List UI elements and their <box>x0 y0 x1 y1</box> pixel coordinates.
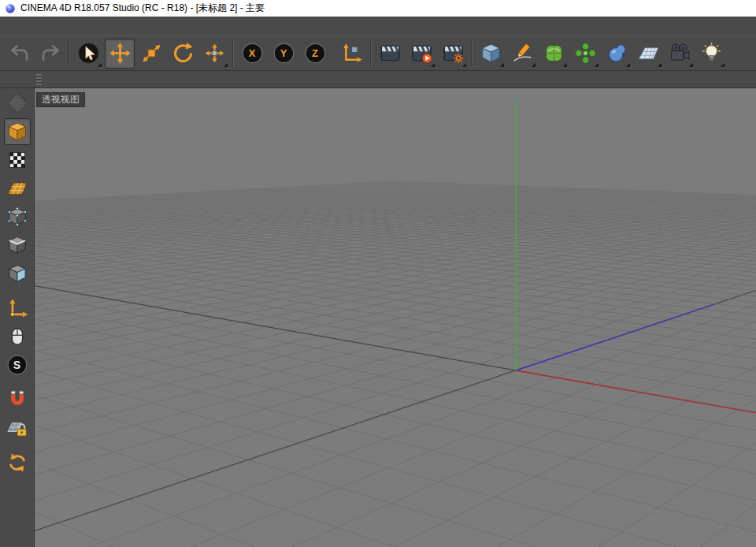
toolbar-button-deformer[interactable] <box>602 39 632 69</box>
main-area: S <box>0 88 756 547</box>
sidebar-button-tweak-mode[interactable] <box>4 323 31 350</box>
toolbar-button-subdivision-surface[interactable] <box>539 39 569 69</box>
app-logo-icon <box>5 3 16 14</box>
sidebar-button-model-mode[interactable] <box>4 118 31 145</box>
model-icon <box>6 121 28 143</box>
rotate-icon <box>172 42 195 65</box>
circle-icon <box>304 42 327 65</box>
live-selection-icon <box>77 42 100 65</box>
floor-icon <box>637 42 660 65</box>
sidebar-button-point-mode[interactable] <box>4 203 31 230</box>
viewport-menu-bar <box>0 71 756 88</box>
cube-icon <box>480 42 502 65</box>
viewport-perspective[interactable]: 透视视图 <box>35 88 756 547</box>
coord-icon <box>341 42 364 65</box>
loop-icon <box>6 452 28 474</box>
toolbar-button-scale[interactable] <box>136 39 166 69</box>
ground-grid <box>35 181 756 547</box>
toolbar-button-last-used-tool[interactable] <box>199 39 229 69</box>
palette-drag-grip[interactable] <box>36 74 42 85</box>
toolbar-button-lock-z-axis[interactable]: Z <box>300 39 330 69</box>
toolbar-separator <box>69 40 70 67</box>
toolbar-button-render-to-picture-viewer[interactable] <box>406 39 436 69</box>
title-bar: CINEMA 4D R18.057 Studio (RC - R18) - [未… <box>0 0 756 17</box>
toolbar-separator <box>232 40 234 67</box>
viewport-label[interactable]: 透视视图 <box>36 92 85 107</box>
scale-icon <box>140 42 163 65</box>
toolbar-button-spline-pen[interactable] <box>507 39 537 69</box>
sidebar-button-workplane-mode[interactable] <box>4 175 31 202</box>
toolbar-button-light[interactable] <box>696 39 726 69</box>
sidebar-button-quantize[interactable] <box>4 449 31 476</box>
camera-icon <box>669 42 691 65</box>
render-settings-icon <box>442 42 465 65</box>
polys-icon <box>6 262 28 285</box>
sidebar-button-lock-workplane[interactable] <box>4 415 31 441</box>
sidebar-button-enable-snap[interactable] <box>4 386 31 413</box>
toolbar-button-redo[interactable] <box>35 39 65 69</box>
light-icon <box>700 42 723 65</box>
sidebar-button-enable-axis[interactable] <box>4 295 31 322</box>
magnet-icon <box>6 389 28 411</box>
toolbar-button-render-view[interactable] <box>375 39 405 69</box>
left-toolbar: S <box>0 88 35 547</box>
toolbar-button-mograph-cloner[interactable] <box>570 39 600 69</box>
toolbar-button-floor[interactable] <box>633 39 663 69</box>
sidebar-button-texture-mode[interactable] <box>4 147 31 173</box>
main-toolbar: X Y Z <box>0 35 756 71</box>
toolbar-button-move[interactable] <box>105 39 135 69</box>
toolbar-button-undo[interactable] <box>4 39 34 69</box>
undo-icon <box>8 42 31 65</box>
texture-icon <box>6 149 28 171</box>
toolbar-button-render-settings[interactable] <box>438 39 468 69</box>
sidebar-button-polygon-mode[interactable] <box>4 260 31 287</box>
toolbar-button-live-selection[interactable] <box>73 39 103 69</box>
toolbar-button-lock-x-axis[interactable]: X <box>237 39 267 69</box>
redo-icon <box>39 42 62 65</box>
edges-icon <box>6 234 28 256</box>
toolbar-button-rotate[interactable] <box>168 39 198 69</box>
toolbar-button-coordinate-system[interactable] <box>337 39 367 69</box>
editable-icon <box>6 92 28 114</box>
cinema4d-window: CINEMA 4D R18.057 Studio (RC - R18) - [未… <box>0 0 756 547</box>
sidebar-button-edge-mode[interactable] <box>4 232 31 259</box>
toolbar-button-lock-y-axis[interactable]: Y <box>269 39 298 69</box>
wplock-icon <box>6 417 28 439</box>
pen-icon <box>511 42 534 65</box>
move-icon <box>109 42 132 65</box>
sidebar-button-viewport-solo[interactable]: S <box>4 352 31 378</box>
menu-bar <box>0 17 756 35</box>
workplane-icon <box>6 177 28 199</box>
toolbar-separator <box>471 40 472 67</box>
sidebar-button-make-editable[interactable] <box>4 90 31 117</box>
toolbar-button-camera[interactable] <box>665 39 695 69</box>
points-icon <box>6 206 28 228</box>
circle-icon <box>6 354 28 376</box>
subdiv-icon <box>543 42 565 65</box>
window-title: CINEMA 4D R18.057 Studio (RC - R18) - [未… <box>20 2 265 15</box>
toolbar-separator <box>370 40 372 67</box>
mograph-icon <box>574 42 597 65</box>
circle-icon <box>241 42 264 65</box>
toolbar-button-add-primitive-cube[interactable] <box>476 39 506 69</box>
render-view-icon <box>379 42 402 65</box>
horizon-fog <box>35 88 756 218</box>
mouse-icon <box>6 326 28 348</box>
axis-icon <box>6 297 28 319</box>
render-pv-icon <box>410 42 433 65</box>
circle-icon <box>272 42 295 65</box>
volume-icon <box>606 42 628 65</box>
viewport-canvas[interactable] <box>35 88 756 547</box>
last-tool-icon <box>203 42 226 65</box>
